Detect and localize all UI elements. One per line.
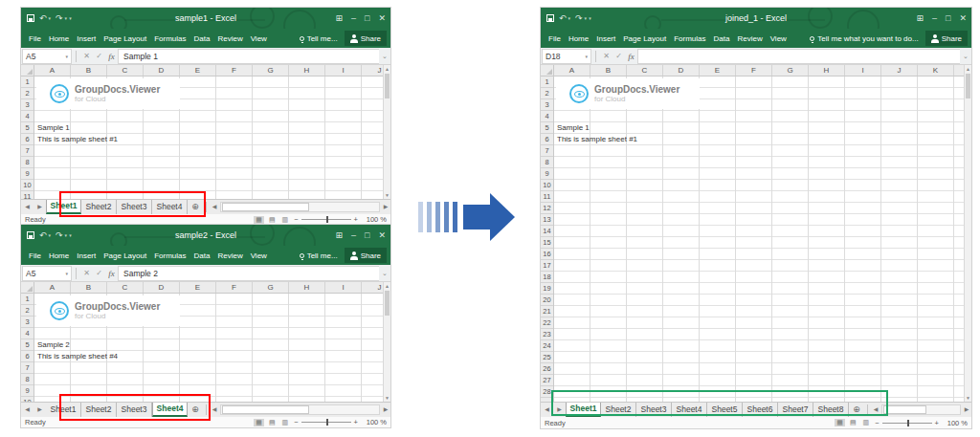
column-header[interactable]: D	[663, 65, 700, 76]
zoom-slider-thumb[interactable]	[907, 420, 909, 426]
zoom-in-icon[interactable]: +	[354, 418, 358, 426]
row-header[interactable]: 17	[541, 260, 553, 272]
formula-expand-icon[interactable]: ⌄	[379, 270, 390, 277]
cell-a6[interactable]: This is sample sheet #1	[37, 135, 118, 143]
normal-view-icon[interactable]: ▦	[835, 419, 845, 426]
normal-view-icon[interactable]: ▦	[254, 216, 264, 224]
row-header[interactable]: 28	[541, 386, 553, 398]
scroll-up-icon[interactable]: ▲	[965, 65, 971, 73]
page-break-view-icon[interactable]: ▥	[280, 216, 291, 224]
tab-scroll-right-icon[interactable]: ▶	[33, 403, 46, 417]
ribbon-tab[interactable]: Formulas	[674, 34, 705, 43]
ribbon-tab[interactable]: Review	[217, 251, 242, 260]
row-header[interactable]: 3	[21, 317, 33, 328]
insert-function-icon[interactable]: fx	[105, 269, 118, 278]
row-header[interactable]: 9	[541, 168, 553, 180]
maximize-icon[interactable]: □	[946, 13, 950, 23]
column-header[interactable]: C	[627, 65, 663, 76]
row-header[interactable]: 5	[21, 122, 33, 134]
column-header[interactable]: I	[325, 65, 362, 76]
sheet-tab[interactable]: Sheet4	[152, 200, 188, 214]
row-header[interactable]: 4	[541, 111, 553, 122]
scrollbar-thumb[interactable]	[385, 74, 390, 98]
enter-icon[interactable]: ✓	[612, 52, 625, 60]
row-header[interactable]: 2	[541, 88, 553, 99]
row-header[interactable]: 25	[541, 352, 553, 363]
tab-scroll-left-icon[interactable]: ◀	[21, 403, 33, 417]
tab-scroll-right-icon[interactable]: ▶	[553, 403, 566, 417]
column-header[interactable]: D	[144, 65, 180, 76]
column-header[interactable]: B	[71, 65, 107, 76]
row-header[interactable]: 6	[21, 134, 33, 145]
insert-function-icon[interactable]: fx	[625, 52, 637, 61]
share-button[interactable]: Share	[345, 31, 387, 46]
column-header[interactable]: E	[700, 65, 736, 76]
close-icon[interactable]: ✕	[378, 13, 386, 23]
row-header[interactable]: 27	[541, 375, 553, 386]
scrollbar-thumb[interactable]	[385, 291, 390, 316]
sheet-tab[interactable]: Sheet8	[813, 403, 849, 417]
row-header[interactable]: 7	[541, 145, 553, 157]
row-header[interactable]: 5	[541, 122, 553, 134]
column-header[interactable]: F	[216, 65, 253, 76]
column-header[interactable]: E	[180, 65, 216, 76]
name-box[interactable]: A5 ▾	[22, 49, 72, 64]
row-header[interactable]: 11	[541, 191, 553, 203]
column-header[interactable]: F	[216, 282, 253, 293]
zoom-slider[interactable]	[882, 423, 932, 424]
cell-a6[interactable]: This is sample sheet #1	[557, 135, 637, 143]
cancel-icon[interactable]: ✕	[80, 52, 93, 60]
share-button[interactable]: Share	[345, 248, 387, 263]
formula-input[interactable]: Sample 2	[118, 266, 379, 281]
sheet-tab[interactable]: Sheet6	[743, 403, 778, 417]
row-header[interactable]: 10	[541, 180, 553, 191]
column-header[interactable]: K	[918, 65, 954, 76]
row-header[interactable]: 8	[21, 157, 33, 168]
row-header[interactable]: 2	[21, 305, 33, 317]
sheet-tab[interactable]: Sheet5	[707, 403, 743, 417]
ribbon-tab[interactable]: File	[29, 34, 41, 43]
column-header[interactable]: H	[809, 65, 845, 76]
zoom-level[interactable]: 100 %	[362, 215, 387, 224]
ribbon-tab[interactable]: Review	[217, 34, 242, 43]
zoom-slider-thumb[interactable]	[326, 216, 328, 223]
minimize-icon[interactable]: –	[932, 13, 937, 23]
ribbon-tab[interactable]: Insert	[77, 34, 96, 43]
new-sheet-icon[interactable]: ⊕	[188, 403, 203, 417]
row-header[interactable]: 6	[21, 351, 33, 362]
row-header[interactable]: 15	[541, 237, 553, 249]
vertical-scrollbar[interactable]: ▲ ▼	[383, 282, 390, 402]
ribbon-options-icon[interactable]: ⊞	[916, 13, 924, 23]
row-header[interactable]: 1	[21, 294, 33, 305]
column-header[interactable]: D	[144, 282, 180, 293]
column-header[interactable]: I	[325, 282, 362, 293]
zoom-out-icon[interactable]: −	[294, 418, 298, 426]
minimize-icon[interactable]: –	[351, 13, 356, 23]
grid-cells[interactable]: GroupDocs.Viewer for Cloud Sample 1 This…	[34, 76, 383, 199]
ribbon-tab[interactable]: View	[251, 34, 267, 43]
column-header[interactable]: B	[590, 65, 627, 76]
row-header[interactable]: 18	[541, 272, 553, 283]
tell-me-box[interactable]: Tell me what you want to do...	[810, 34, 918, 43]
column-header[interactable]: G	[253, 282, 289, 293]
row-header[interactable]: 6	[541, 134, 553, 145]
zoom-out-icon[interactable]: −	[875, 419, 879, 427]
horizontal-scrollbar[interactable]	[220, 404, 380, 415]
page-layout-view-icon[interactable]: ▤	[267, 419, 278, 426]
minimize-icon[interactable]: –	[351, 230, 356, 240]
name-box-dropdown-icon[interactable]: ▾	[585, 54, 588, 59]
close-icon[interactable]: ✕	[959, 13, 967, 23]
row-header[interactable]: 19	[541, 283, 553, 295]
scrollbar-thumb[interactable]	[222, 203, 309, 211]
row-header[interactable]: 3	[21, 99, 33, 111]
ribbon-tab[interactable]: Page Layout	[103, 34, 146, 43]
sheet-tab[interactable]: Sheet2	[81, 200, 117, 214]
cell-a5[interactable]: Sample 1	[557, 123, 590, 132]
zoom-in-icon[interactable]: +	[935, 419, 939, 427]
sheet-tab[interactable]: Sheet2	[601, 403, 636, 417]
column-header[interactable]: I	[845, 65, 881, 76]
row-header[interactable]: 9	[21, 168, 33, 180]
row-header[interactable]: 1	[541, 76, 553, 88]
hscroll-right-icon[interactable]: ▶	[962, 403, 971, 417]
column-header[interactable]: A	[34, 282, 71, 293]
